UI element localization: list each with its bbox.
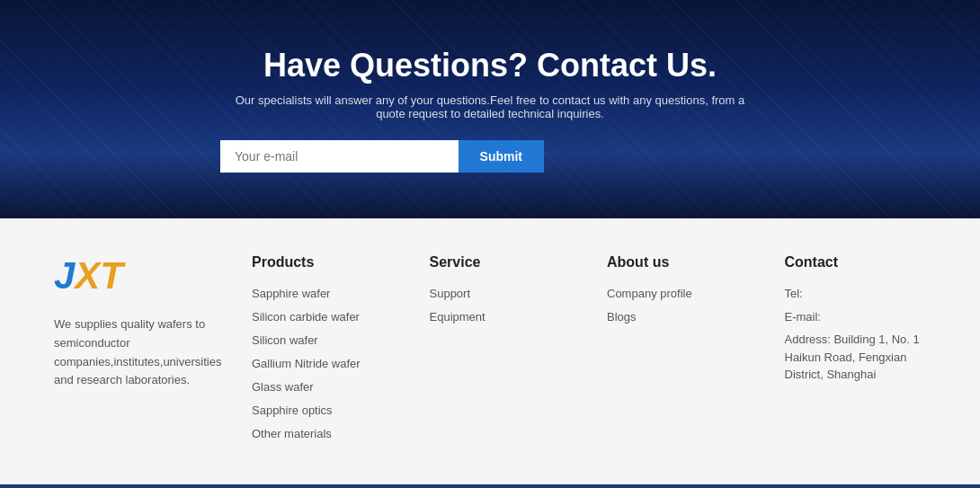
footer-main: J XT We supplies quality wafers to semic…	[0, 218, 980, 484]
logo: J XT	[54, 254, 252, 297]
product-other-materials[interactable]: Other materials	[252, 427, 332, 440]
list-item: Sapphire optics	[252, 402, 394, 418]
list-item: Company profile	[607, 285, 749, 301]
contact-info: Tel: E-mail: Address: Building 1, No. 1 …	[785, 285, 927, 384]
list-item: Sapphire wafer	[252, 285, 394, 301]
footer-logo-section: J XT We supplies quality wafers to semic…	[54, 254, 252, 448]
footer-col-contact: Contact Tel: E-mail: Address: Building 1…	[785, 254, 927, 448]
footer-bottom: 2022 © Jiangsu Senji New Energy Technolo…	[0, 484, 980, 488]
hero-title: Have Questions? Contact Us.	[220, 47, 760, 84]
footer-columns: Products Sapphire wafer Silicon carbide …	[252, 254, 926, 448]
logo-j: J	[54, 254, 75, 297]
submit-button[interactable]: Submit	[459, 140, 544, 173]
list-item: Silicon carbide wafer	[252, 308, 394, 324]
about-blogs[interactable]: Blogs	[607, 310, 637, 324]
product-glass-wafer[interactable]: Glass wafer	[252, 380, 314, 394]
product-silicon-carbide-wafer[interactable]: Silicon carbide wafer	[252, 310, 360, 324]
hero-subtitle: Our specialists will answer any of your …	[220, 93, 760, 120]
service-equipment[interactable]: Equipment	[430, 310, 486, 324]
list-item: Blogs	[607, 308, 749, 324]
hero-section: Have Questions? Contact Us. Our speciali…	[0, 0, 980, 218]
contact-tel: Tel:	[785, 285, 927, 303]
contact-email: E-mail:	[785, 308, 927, 326]
footer-description: We supplies quality wafers to semiconduc…	[54, 315, 216, 390]
list-item: Silicon wafer	[252, 332, 394, 348]
service-list: Support Equipment	[430, 285, 572, 324]
product-sapphire-wafer[interactable]: Sapphire wafer	[252, 287, 330, 300]
email-input[interactable]	[220, 140, 459, 173]
service-support[interactable]: Support	[430, 287, 471, 300]
contact-form: Submit	[220, 140, 544, 173]
list-item: Equipment	[430, 308, 572, 324]
list-item: Glass wafer	[252, 378, 394, 395]
footer-col-about: About us Company profile Blogs	[607, 254, 749, 448]
product-sapphire-optics[interactable]: Sapphire optics	[252, 404, 333, 417]
product-silicon-wafer[interactable]: Silicon wafer	[252, 333, 318, 347]
product-gallium-nitride-wafer[interactable]: Gallium Nitride wafer	[252, 357, 361, 370]
about-list: Company profile Blogs	[607, 285, 749, 324]
contact-address: Address: Building 1, No. 1 Haikun Road, …	[785, 331, 927, 384]
contact-title: Contact	[785, 254, 927, 271]
about-title: About us	[607, 254, 749, 271]
list-item: Gallium Nitride wafer	[252, 355, 394, 371]
footer-col-service: Service Support Equipment	[430, 254, 572, 448]
products-list: Sapphire wafer Silicon carbide wafer Sil…	[252, 285, 394, 441]
logo-xt: XT	[75, 254, 123, 297]
footer-col-products: Products Sapphire wafer Silicon carbide …	[252, 254, 394, 448]
list-item: Support	[430, 285, 572, 301]
products-title: Products	[252, 254, 394, 271]
hero-content: Have Questions? Contact Us. Our speciali…	[220, 47, 760, 173]
list-item: Other materials	[252, 425, 394, 441]
about-company-profile[interactable]: Company profile	[607, 287, 692, 300]
service-title: Service	[430, 254, 572, 271]
